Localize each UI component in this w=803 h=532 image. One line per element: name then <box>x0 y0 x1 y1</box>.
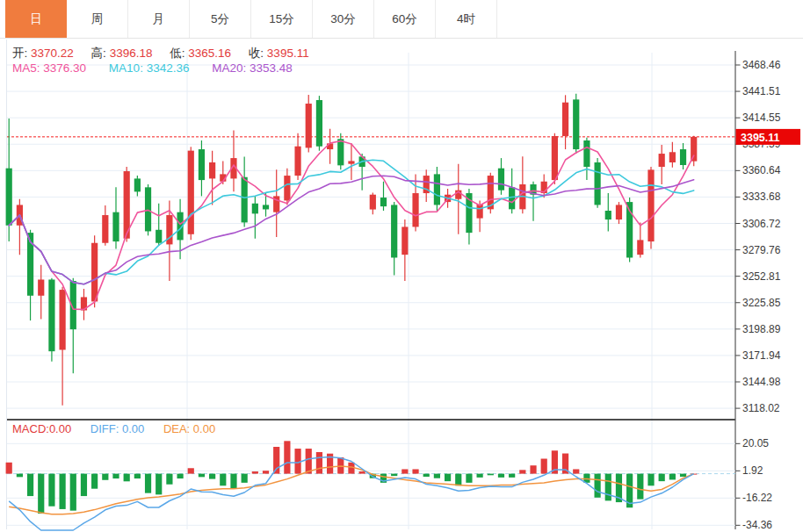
macd-bar[interactable] <box>188 468 194 473</box>
tab-15min[interactable]: 15分 <box>251 0 313 38</box>
macd-bar[interactable] <box>680 474 686 477</box>
candle-body[interactable] <box>680 149 686 165</box>
candle-body[interactable] <box>252 204 258 214</box>
tab-30min[interactable]: 30分 <box>313 0 374 38</box>
macd-bar[interactable] <box>6 463 12 474</box>
macd-bar[interactable] <box>102 474 108 480</box>
macd-bar[interactable] <box>541 459 547 474</box>
macd-bar[interactable] <box>477 474 483 478</box>
candle-body[interactable] <box>412 193 418 226</box>
candle-body[interactable] <box>327 143 333 149</box>
macd-bar[interactable] <box>263 471 269 473</box>
candle-body[interactable] <box>112 212 119 241</box>
macd-bar[interactable] <box>423 474 430 477</box>
macd-bar[interactable] <box>17 474 23 478</box>
macd-bar[interactable] <box>38 474 44 514</box>
tab-5min[interactable]: 5分 <box>190 0 251 38</box>
candle-body[interactable] <box>38 279 44 295</box>
macd-bar[interactable] <box>530 465 536 473</box>
candle-body[interactable] <box>391 205 397 257</box>
macd-bar[interactable] <box>445 474 451 482</box>
macd-bar[interactable] <box>81 474 87 496</box>
macd-bar[interactable] <box>595 474 601 498</box>
macd-bar[interactable] <box>177 474 183 478</box>
macd-bar[interactable] <box>402 469 408 473</box>
candle-body[interactable] <box>263 205 269 209</box>
candle-body[interactable] <box>498 169 504 191</box>
candle-body[interactable] <box>595 162 601 205</box>
candle-body[interactable] <box>647 169 654 241</box>
candle-body[interactable] <box>434 174 440 205</box>
macd-bar[interactable] <box>316 452 322 474</box>
macd-bar[interactable] <box>637 474 643 500</box>
candle-body[interactable] <box>562 103 568 136</box>
candle-body[interactable] <box>284 176 290 200</box>
candle-body[interactable] <box>380 198 387 206</box>
candle-body[interactable] <box>659 154 665 167</box>
candle-body[interactable] <box>188 151 194 234</box>
macd-bar[interactable] <box>220 474 226 486</box>
tab-day[interactable]: 日 <box>5 0 67 38</box>
macd-bar[interactable] <box>306 449 312 474</box>
tab-4hour[interactable]: 4时 <box>436 0 497 38</box>
candle-body[interactable] <box>691 137 697 162</box>
macd-bar[interactable] <box>391 474 397 477</box>
macd-bar[interactable] <box>647 474 654 486</box>
candle-body[interactable] <box>348 161 354 163</box>
candle-body[interactable] <box>316 100 322 147</box>
candle-body[interactable] <box>605 211 611 219</box>
tab-week[interactable]: 周 <box>67 0 128 38</box>
candle-body[interactable] <box>102 215 108 243</box>
macd-bar[interactable] <box>134 474 141 478</box>
macd-bar[interactable] <box>488 474 494 476</box>
tab-60min[interactable]: 60分 <box>374 0 436 38</box>
candle-body[interactable] <box>616 205 622 219</box>
macd-bar[interactable] <box>573 469 579 473</box>
macd-bar[interactable] <box>145 474 151 493</box>
macd-bar[interactable] <box>199 474 205 478</box>
macd-bar[interactable] <box>659 474 665 482</box>
macd-bar[interactable] <box>337 457 344 474</box>
candle-body[interactable] <box>509 187 515 209</box>
candle-body[interactable] <box>145 187 151 231</box>
candle-body[interactable] <box>294 147 300 176</box>
candle-body[interactable] <box>402 226 408 255</box>
macd-bar[interactable] <box>252 471 258 474</box>
macd-bar[interactable] <box>466 474 472 483</box>
macd-bar[interactable] <box>91 474 98 489</box>
macd-bar[interactable] <box>112 474 119 478</box>
macd-bar[interactable] <box>434 474 440 478</box>
candle-body[interactable] <box>573 99 579 149</box>
macd-bar[interactable] <box>455 474 461 486</box>
macd-bar[interactable] <box>412 469 418 473</box>
candle-body[interactable] <box>60 290 66 349</box>
macd-bar[interactable] <box>605 474 611 501</box>
candle-body[interactable] <box>552 136 558 180</box>
candle-body[interactable] <box>6 169 12 226</box>
macd-bar[interactable] <box>294 449 300 474</box>
candle-body[interactable] <box>209 162 215 178</box>
chart-canvas[interactable]: 3468.463441.513414.553387.593360.643333.… <box>0 0 803 532</box>
macd-bar[interactable] <box>230 474 236 489</box>
macd-bar[interactable] <box>209 474 215 479</box>
candle-body[interactable] <box>242 177 248 223</box>
macd-bar[interactable] <box>70 474 76 511</box>
candle-body[interactable] <box>199 149 205 180</box>
candle-body[interactable] <box>669 152 676 162</box>
macd-bar[interactable] <box>359 471 365 474</box>
candle-body[interactable] <box>370 195 376 210</box>
macd-bar[interactable] <box>27 474 33 496</box>
candle-body[interactable] <box>337 139 344 165</box>
macd-bar[interactable] <box>669 474 676 480</box>
candle-body[interactable] <box>477 205 483 219</box>
tab-month[interactable]: 月 <box>128 0 190 38</box>
macd-bar[interactable] <box>124 474 130 482</box>
candle-body[interactable] <box>91 243 98 302</box>
macd-bar[interactable] <box>509 474 515 478</box>
candle-body[interactable] <box>306 104 312 147</box>
macd-bar[interactable] <box>60 474 66 509</box>
macd-bar[interactable] <box>519 470 525 473</box>
candle-body[interactable] <box>48 279 54 351</box>
candle-body[interactable] <box>583 140 590 167</box>
candle-body[interactable] <box>156 230 162 243</box>
